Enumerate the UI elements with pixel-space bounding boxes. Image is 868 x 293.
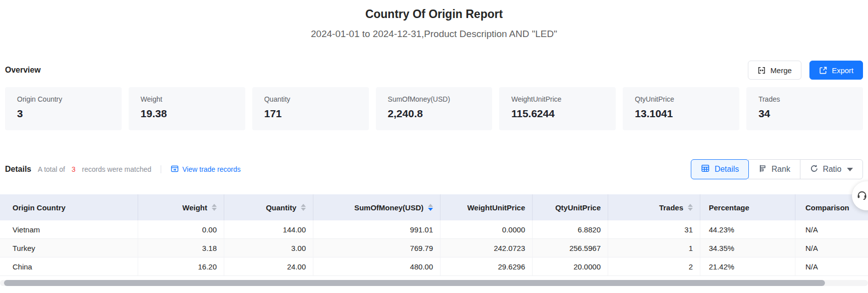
cell-weight-unit-price: 242.0723	[441, 239, 533, 257]
cell-weight-unit-price: 29.6296	[441, 257, 533, 275]
cell-percentage: 44.23%	[700, 220, 795, 238]
stat-card-weight-unit-price: WeightUnitPrice 115.6244	[499, 87, 616, 130]
tab-details-label: Details	[714, 165, 739, 174]
stat-card-label: Quantity	[264, 95, 357, 103]
cell-quantity: 24.00	[224, 257, 313, 275]
details-heading: Details	[5, 165, 31, 174]
sort-icon[interactable]	[301, 204, 306, 211]
stat-card-weight: Weight 19.38	[129, 87, 245, 130]
sort-icon[interactable]	[212, 204, 217, 211]
stat-card-sum-of-money: SumOfMoney(USD) 2,240.8	[376, 87, 493, 130]
page-title: Country Of Origin Report	[0, 0, 868, 21]
column-header-label: Quantity	[266, 203, 296, 212]
ratio-refresh-icon	[810, 164, 818, 175]
table-row-turkey[interactable]: Turkey 3.18 3.00 769.79 242.0723 256.596…	[0, 239, 868, 257]
cell-qty-unit-price: 20.0000	[533, 257, 608, 275]
sort-icon-descending-active[interactable]	[428, 204, 433, 211]
stat-card-value: 13.1041	[635, 108, 727, 120]
cell-comparison: N/A	[795, 257, 868, 275]
matched-prefix: A total of	[38, 165, 65, 173]
vertical-divider	[161, 165, 161, 173]
table-grid-icon	[701, 164, 710, 175]
cell-origin-country: Vietnam	[0, 220, 138, 238]
overview-heading: Overview	[5, 66, 41, 75]
column-header-weight: Weight	[138, 194, 224, 220]
view-trade-records-link[interactable]: View trade records	[171, 165, 240, 174]
trade-records-icon	[171, 165, 179, 174]
country-of-origin-report-page: Country Of Origin Report 2024-01-01 to 2…	[0, 0, 868, 276]
column-header-label: SumOfMoney(USD)	[354, 203, 423, 212]
stat-card-label: QtyUnitPrice	[635, 95, 727, 103]
column-header-sum-of-money: SumOfMoney(USD)	[313, 194, 441, 220]
matched-suffix: records were matched	[82, 165, 152, 173]
cell-quantity: 144.00	[224, 220, 313, 238]
cell-qty-unit-price: 6.8820	[533, 220, 608, 238]
stat-card-origin-country: Origin Country 3	[5, 87, 122, 130]
stat-card-label: Trades	[758, 95, 851, 103]
cell-origin-country: Turkey	[0, 239, 138, 257]
horizontal-scrollbar-track[interactable]	[0, 280, 868, 286]
cell-comparison: N/A	[795, 220, 868, 238]
column-header-label: QtyUnitPrice	[555, 203, 601, 212]
column-header-percentage: Percentage	[700, 194, 795, 220]
column-header-quantity: Quantity	[224, 194, 313, 220]
table-header-row: Origin Country Weight Quantity SumOfMone…	[0, 194, 868, 220]
overview-cards: Origin Country 3 Weight 19.38 Quantity 1…	[5, 87, 863, 130]
cell-quantity: 3.00	[224, 239, 313, 257]
column-header-trades: Trades	[608, 194, 700, 220]
stat-card-value: 2,240.8	[388, 108, 481, 120]
column-header-label: Origin Country	[13, 203, 66, 212]
tab-rank[interactable]: Rank	[748, 159, 800, 179]
cell-sum-of-money: 991.01	[313, 220, 441, 238]
stat-card-label: SumOfMoney(USD)	[388, 95, 481, 103]
matched-count: 3	[72, 165, 76, 173]
stat-card-quantity: Quantity 171	[252, 87, 369, 130]
cell-weight: 3.18	[138, 239, 224, 257]
merge-button-label: Merge	[770, 66, 792, 75]
table-row-vietnam[interactable]: Vietnam 0.00 144.00 991.01 0.0000 6.8820…	[0, 220, 868, 239]
cell-percentage: 34.35%	[700, 239, 795, 257]
column-header-origin-country: Origin Country	[0, 194, 138, 220]
details-table: Origin Country Weight Quantity SumOfMone…	[0, 194, 868, 276]
cell-percentage: 21.42%	[700, 257, 795, 275]
cell-qty-unit-price: 256.5967	[533, 239, 608, 257]
rank-bars-icon	[758, 164, 767, 175]
stat-card-value: 115.6244	[511, 108, 604, 120]
column-header-label: Percentage	[709, 203, 749, 212]
cell-trades: 2	[608, 257, 700, 275]
column-header-label: Trades	[659, 203, 683, 212]
horizontal-scrollbar-thumb[interactable]	[4, 280, 825, 286]
cell-trades: 1	[608, 239, 700, 257]
column-header-qty-unit-price: QtyUnitPrice	[533, 194, 608, 220]
stat-card-value: 19.38	[141, 108, 233, 120]
cell-comparison: N/A	[795, 239, 868, 257]
stat-card-value: 171	[264, 108, 357, 120]
tab-ratio-label: Ratio	[823, 165, 841, 174]
stat-card-value: 3	[17, 108, 110, 120]
column-header-label: WeightUnitPrice	[467, 203, 525, 212]
view-toggle-group: Details Rank	[691, 159, 863, 179]
merge-button[interactable]: Merge	[748, 61, 801, 80]
cell-weight: 0.00	[138, 220, 224, 238]
view-trade-records-label: View trade records	[182, 165, 240, 173]
export-button[interactable]: Export	[809, 61, 863, 80]
stat-card-label: Weight	[141, 95, 233, 103]
cell-weight-unit-price: 0.0000	[441, 220, 533, 238]
page-subtitle: 2024-01-01 to 2024-12-31,Product Descrip…	[0, 29, 868, 40]
tab-details[interactable]: Details	[691, 159, 749, 179]
cell-trades: 31	[608, 220, 700, 238]
export-button-label: Export	[832, 66, 853, 75]
column-header-label: Weight	[182, 203, 207, 212]
details-summary: Details A total of 3 records were matche…	[5, 165, 241, 174]
cell-sum-of-money: 769.79	[313, 239, 441, 257]
cell-weight: 16.20	[138, 257, 224, 275]
table-row-china[interactable]: China 16.20 24.00 480.00 29.6296 20.0000…	[0, 257, 868, 276]
stat-card-label: WeightUnitPrice	[511, 95, 604, 103]
headset-icon	[856, 189, 868, 203]
sort-icon[interactable]	[688, 204, 693, 211]
column-header-label: Comparison	[805, 203, 849, 212]
stat-card-trades: Trades 34	[746, 87, 863, 130]
merge-icon	[757, 66, 766, 75]
cell-sum-of-money: 480.00	[313, 257, 441, 275]
tab-ratio[interactable]: Ratio	[800, 159, 863, 179]
